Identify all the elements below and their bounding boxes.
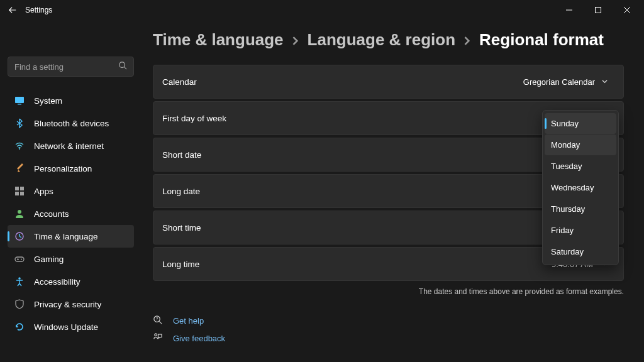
svg-point-1 — [119, 62, 125, 68]
apps-icon — [14, 185, 25, 197]
svg-point-12 — [21, 259, 22, 260]
row-label: Calendar — [162, 77, 197, 87]
svg-point-9 — [18, 210, 21, 214]
get-help-link[interactable]: ? Get help — [153, 315, 624, 326]
svg-rect-5 — [15, 187, 19, 190]
sidebar-item-label: System — [34, 96, 62, 106]
row-label: Short date — [162, 150, 201, 160]
sidebar-item-bluetooth[interactable]: Bluetooth & devices — [8, 112, 134, 134]
sidebar-item-apps[interactable]: Apps — [8, 180, 134, 202]
breadcrumb-root[interactable]: Time & language — [153, 30, 284, 50]
first-day-dropdown[interactable]: SundayMondayTuesdayWednesdayThursdayFrid… — [542, 110, 619, 265]
dropdown-option[interactable]: Friday — [545, 220, 616, 241]
svg-rect-8 — [20, 192, 24, 195]
row-label: Long time — [162, 260, 199, 269]
chevron-right-icon — [463, 30, 472, 50]
wifi-icon — [14, 140, 25, 151]
sidebar-item-windows-update[interactable]: Windows Update — [8, 315, 134, 338]
shield-icon — [14, 299, 25, 310]
window-title: Settings — [23, 6, 52, 14]
person-icon — [14, 208, 25, 219]
minimize-button[interactable] — [555, 0, 584, 20]
picker-value: Gregorian Calendar — [523, 77, 595, 87]
sidebar-item-label: Time & language — [34, 232, 98, 241]
calendar-picker[interactable]: Gregorian Calendar — [517, 74, 614, 90]
row-label: First day of week — [162, 114, 226, 123]
chevron-down-icon — [601, 77, 608, 87]
chevron-right-icon — [291, 30, 300, 50]
breadcrumb: Time & language Language & region Region… — [153, 30, 624, 50]
paintbrush-icon — [14, 163, 25, 174]
svg-rect-11 — [15, 257, 24, 261]
sidebar: System Bluetooth & devices Network & int… — [0, 20, 142, 362]
breadcrumb-current: Regional format — [479, 30, 604, 50]
dropdown-option[interactable]: Wednesday — [545, 177, 616, 198]
bluetooth-icon — [14, 118, 25, 129]
sidebar-item-label: Apps — [34, 187, 53, 196]
feedback-icon — [153, 332, 163, 344]
dropdown-option[interactable]: Thursday — [545, 199, 616, 219]
sidebar-item-time-language[interactable]: Time & language — [8, 225, 134, 248]
update-icon — [14, 321, 25, 332]
dropdown-option[interactable]: Sunday — [545, 113, 616, 134]
dropdown-option[interactable]: Monday — [545, 134, 616, 155]
sidebar-item-gaming[interactable]: Gaming — [8, 248, 134, 270]
sidebar-item-accessibility[interactable]: Accessibility — [8, 270, 134, 293]
sidebar-item-label: Gaming — [34, 255, 64, 264]
svg-rect-2 — [15, 97, 24, 103]
back-button[interactable] — [3, 0, 23, 20]
sidebar-item-personalization[interactable]: Personalization — [8, 157, 134, 180]
accessibility-icon — [14, 276, 25, 287]
sidebar-item-label: Personalization — [34, 164, 92, 173]
search-box[interactable] — [8, 57, 134, 77]
svg-rect-0 — [596, 8, 601, 13]
display-icon — [14, 95, 25, 106]
format-footnote: The dates and times above are provided a… — [153, 287, 624, 296]
dropdown-option[interactable]: Tuesday — [545, 156, 616, 177]
svg-rect-3 — [18, 104, 21, 105]
sidebar-item-label: Accounts — [34, 209, 69, 219]
sidebar-item-label: Network & internet — [34, 141, 104, 151]
sidebar-item-label: Privacy & security — [34, 300, 101, 309]
search-icon — [118, 61, 127, 72]
row-label: Short time — [162, 223, 201, 233]
link-label: Get help — [173, 316, 204, 326]
svg-point-13 — [18, 277, 21, 280]
row-label: Long date — [162, 187, 200, 196]
sidebar-item-label: Windows Update — [34, 322, 98, 332]
globe-clock-icon — [14, 231, 25, 242]
close-button[interactable] — [613, 0, 641, 20]
search-input[interactable] — [14, 62, 118, 72]
link-label: Give feedback — [173, 334, 225, 343]
sidebar-item-network[interactable]: Network & internet — [8, 134, 134, 157]
dropdown-option[interactable]: Saturday — [545, 241, 616, 262]
nav-list: System Bluetooth & devices Network & int… — [8, 89, 134, 338]
svg-rect-6 — [20, 187, 24, 190]
sidebar-item-system[interactable]: System — [8, 89, 134, 112]
row-calendar: Calendar Gregorian Calendar — [153, 65, 624, 99]
svg-text:?: ? — [156, 317, 158, 321]
sidebar-item-label: Accessibility — [34, 277, 80, 287]
svg-rect-7 — [15, 192, 19, 195]
give-feedback-link[interactable]: Give feedback — [153, 332, 624, 344]
maximize-button[interactable] — [584, 0, 613, 20]
sidebar-item-privacy[interactable]: Privacy & security — [8, 293, 134, 315]
gamepad-icon — [14, 253, 25, 265]
help-icon: ? — [153, 315, 163, 326]
svg-point-16 — [155, 334, 157, 336]
sidebar-item-label: Bluetooth & devices — [34, 119, 109, 128]
svg-point-4 — [19, 148, 20, 150]
sidebar-item-accounts[interactable]: Accounts — [8, 202, 134, 225]
breadcrumb-mid[interactable]: Language & region — [308, 30, 455, 50]
